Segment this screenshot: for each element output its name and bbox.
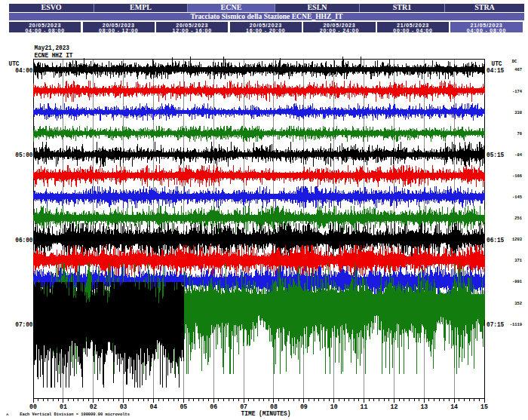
svg-text:May21,2023: May21,2023 bbox=[35, 44, 69, 52]
svg-text:13: 13 bbox=[420, 402, 428, 411]
svg-text:07:15: 07:15 bbox=[487, 320, 504, 329]
svg-text:DC: DC bbox=[512, 60, 517, 64]
svg-text:02: 02 bbox=[90, 402, 97, 411]
svg-text:352: 352 bbox=[514, 302, 522, 306]
svg-text:04: 04 bbox=[150, 402, 158, 411]
svg-text:04:15: 04:15 bbox=[487, 66, 504, 75]
svg-text:Each Vertical Division = 10000: Each Vertical Division = 100000.00 micro… bbox=[20, 412, 130, 417]
svg-text:^: ^ bbox=[6, 412, 9, 418]
svg-text:03: 03 bbox=[120, 402, 127, 411]
svg-text:-174: -174 bbox=[512, 90, 523, 94]
svg-text:-1119: -1119 bbox=[510, 323, 522, 327]
svg-text:09: 09 bbox=[300, 402, 308, 411]
svg-text:-991: -991 bbox=[512, 280, 522, 284]
svg-text:76: 76 bbox=[517, 132, 522, 136]
svg-text:-84: -84 bbox=[514, 153, 522, 158]
svg-text:1203: 1203 bbox=[512, 238, 522, 242]
svg-text:00: 00 bbox=[29, 402, 37, 411]
svg-text:-145: -145 bbox=[512, 195, 522, 200]
svg-text:06:00: 06:00 bbox=[15, 236, 32, 244]
svg-text:14: 14 bbox=[450, 402, 458, 411]
svg-text:01: 01 bbox=[60, 402, 67, 411]
svg-text:-166: -166 bbox=[512, 174, 522, 179]
svg-text:467: 467 bbox=[514, 68, 522, 72]
svg-text:371: 371 bbox=[514, 259, 522, 263]
svg-text:338: 338 bbox=[514, 111, 522, 115]
svg-text:ECNE HHZ IT: ECNE HHZ IT bbox=[35, 51, 74, 60]
svg-text:05:15: 05:15 bbox=[487, 152, 504, 160]
svg-text:06: 06 bbox=[210, 402, 217, 411]
svg-text:15: 15 bbox=[480, 402, 488, 411]
svg-text:05: 05 bbox=[180, 402, 187, 411]
svg-text:06:15: 06:15 bbox=[487, 236, 504, 244]
svg-text:04:00: 04:00 bbox=[15, 66, 32, 75]
svg-text:10: 10 bbox=[330, 402, 338, 411]
svg-text:07:00: 07:00 bbox=[15, 320, 32, 329]
svg-text:11: 11 bbox=[361, 402, 368, 411]
svg-text:12: 12 bbox=[390, 402, 398, 411]
svg-text:TIME (MINUTES): TIME (MINUTES) bbox=[241, 409, 291, 418]
svg-text:05:00: 05:00 bbox=[15, 152, 32, 160]
svg-text:251: 251 bbox=[514, 216, 522, 221]
